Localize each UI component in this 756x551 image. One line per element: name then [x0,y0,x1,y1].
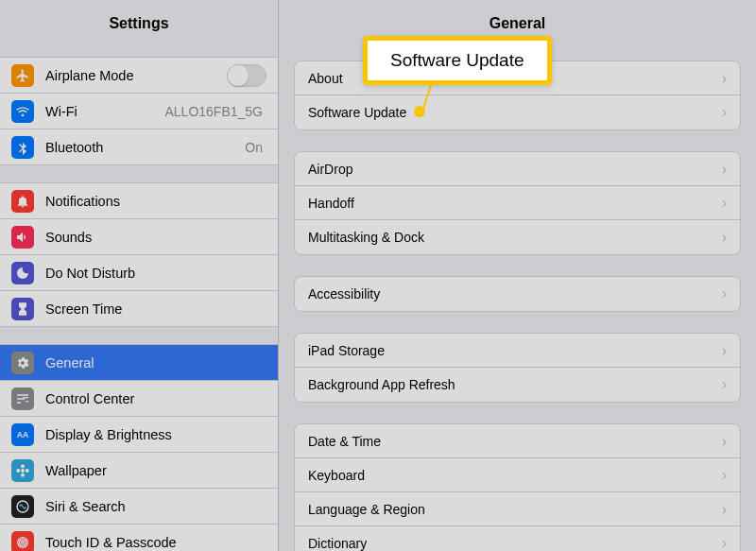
main-item-label: Dictionary [308,536,722,551]
main-item-label: Keyboard [308,468,722,483]
main-item-language-region[interactable]: Language & Region› [295,492,740,526]
toggle-switch[interactable] [227,64,266,87]
moon-icon [11,262,34,284]
hourglass-icon [11,298,34,320]
sidebar-item-screen-time[interactable]: Screen Time [0,291,278,327]
gear-icon [11,352,34,374]
chevron-right-icon: › [722,161,727,178]
sidebar-item-general[interactable]: General [0,345,278,381]
chevron-right-icon: › [722,70,727,87]
aa-icon: AA [11,423,34,446]
main-item-dictionary[interactable]: Dictionary› [295,526,740,551]
main-item-accessibility[interactable]: Accessibility› [295,277,740,311]
siri-icon [11,495,34,518]
sidebar-item-bluetooth[interactable]: BluetoothOn [0,129,278,165]
main-item-background-app-refresh[interactable]: Background App Refresh› [295,368,740,402]
main-item-airdrop[interactable]: AirDrop› [295,152,740,186]
main-item-label: AirDrop [308,162,722,177]
sidebar-item-wi-fi[interactable]: Wi-FiALLO16FB1_5G [0,94,278,129]
sidebar-item-label: Notifications [45,194,266,209]
main-title: General [279,0,756,40]
chevron-right-icon: › [722,535,727,551]
sidebar-item-siri-search[interactable]: Siri & Search [0,489,278,525]
sidebar-item-label: Wallpaper [45,463,266,478]
sidebar-item-label: Screen Time [45,301,266,317]
chevron-right-icon: › [722,501,727,518]
chevron-right-icon: › [722,342,727,359]
main-item-label: Language & Region [308,502,722,517]
svg-point-8 [20,539,26,545]
sidebar-item-notifications[interactable]: Notifications [0,183,278,219]
main-item-date-time[interactable]: Date & Time› [295,424,740,458]
sidebar-item-label: Touch ID & Passcode [45,535,266,550]
callout-box: Software Update [363,36,552,85]
svg-point-1 [21,469,25,473]
sidebar-item-label: General [45,355,266,370]
callout-dot [414,106,425,117]
settings-sidebar: Settings Airplane ModeWi-FiALLO16FB1_5GB… [0,0,279,551]
main-item-software-update[interactable]: Software Update› [295,95,740,129]
svg-point-9 [22,541,25,543]
sidebar-item-label: Sounds [45,230,266,245]
sidebar-item-display-brightness[interactable]: AADisplay & Brightness [0,417,278,453]
svg-point-4 [16,469,20,473]
main-item-label: Software Update [308,105,722,120]
svg-point-3 [21,473,25,476]
sidebar-item-label: Do Not Disturb [45,266,266,281]
main-item-label: Date & Time [308,434,722,449]
sidebar-item-value: On [245,140,263,155]
main-item-ipad-storage[interactable]: iPad Storage› [295,334,740,368]
main-item-handoff[interactable]: Handoff› [295,186,740,220]
sidebar-item-value: ALLO16FB1_5G [164,104,263,119]
main-item-label: Multitasking & Dock [308,230,722,245]
flower-icon [11,459,34,482]
sidebar-item-touch-id-passcode[interactable]: Touch ID & Passcode [0,525,278,551]
svg-text:AA: AA [17,430,29,439]
sidebar-item-airplane-mode[interactable]: Airplane Mode [0,58,278,94]
sidebar-item-label: Bluetooth [45,140,245,155]
main-item-label: iPad Storage [308,343,722,358]
main-item-keyboard[interactable]: Keyboard› [295,458,740,492]
main-item-multitasking-dock[interactable]: Multitasking & Dock› [295,220,740,254]
svg-point-5 [26,469,29,473]
sidebar-item-label: Control Center [45,391,266,406]
svg-point-2 [21,464,25,468]
chevron-right-icon: › [722,467,727,484]
sidebar-item-label: Airplane Mode [45,68,227,83]
speaker-icon [11,226,34,249]
bluetooth-icon [11,136,34,159]
chevron-right-icon: › [722,285,727,302]
chevron-right-icon: › [722,376,727,393]
sidebar-item-label: Wi-Fi [45,104,164,119]
bell-icon [11,190,34,213]
main-item-label: Handoff [308,196,722,211]
sliders-icon [11,387,34,410]
chevron-right-icon: › [722,229,727,246]
sidebar-item-wallpaper[interactable]: Wallpaper [0,453,278,489]
wifi-icon [11,100,34,123]
sidebar-item-do-not-disturb[interactable]: Do Not Disturb [0,255,278,291]
airplane-icon [11,64,34,87]
chevron-right-icon: › [722,104,727,121]
chevron-right-icon: › [722,195,727,212]
sidebar-title: Settings [0,0,278,40]
chevron-right-icon: › [722,433,727,450]
sidebar-item-control-center[interactable]: Control Center [0,381,278,417]
sidebar-item-label: Siri & Search [45,499,266,514]
main-item-label: Accessibility [308,286,722,301]
sidebar-item-sounds[interactable]: Sounds [0,219,278,255]
main-item-label: Background App Refresh [308,377,722,392]
sidebar-item-label: Display & Brightness [45,427,266,442]
touchid-icon [11,531,34,552]
